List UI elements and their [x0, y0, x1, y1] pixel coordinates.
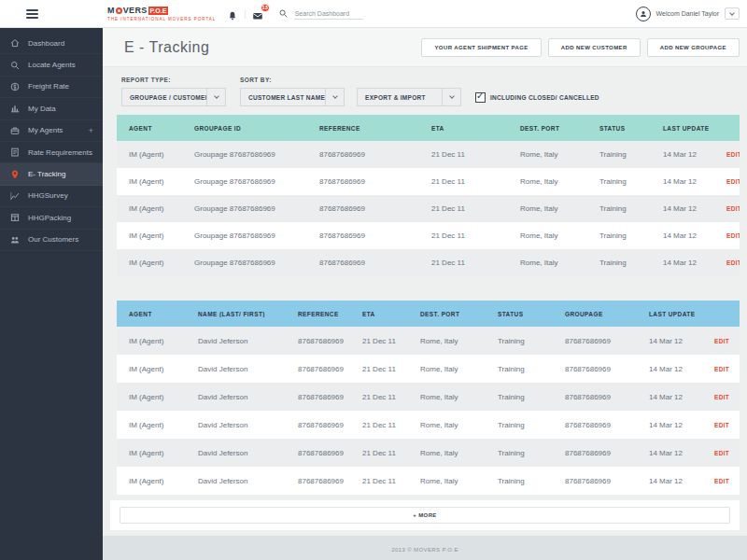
- cell-groupage: 87687686969: [557, 365, 641, 373]
- table-row: IM (Agent)Groupage 876876869698768768696…: [117, 141, 740, 168]
- brand-text: M: [107, 6, 115, 15]
- export-import-select[interactable]: EXPORT & IMPORT: [357, 88, 461, 106]
- bar-chart-icon: [9, 103, 21, 114]
- table-row: IM (Agent)Groupage 876876869698768768696…: [117, 168, 740, 195]
- cell-agent: IM (Agent): [121, 337, 190, 345]
- sidebar-item-hhgsurvey[interactable]: HHGSurvey: [0, 186, 103, 207]
- cell-name: David Jeferson: [190, 421, 290, 429]
- cell-agent: IM (Agent): [121, 259, 187, 267]
- cell-reference: 87687686969: [290, 477, 355, 485]
- cell-reference: 87687686969: [290, 365, 355, 373]
- cell-dest_port: Rome, Italy: [513, 177, 592, 186]
- cell-dest_port: Rome, Italy: [513, 150, 592, 159]
- edit-link[interactable]: EDIT: [719, 232, 740, 239]
- brand-tagline: THE INTERNATIONAL MOVERS PORTAL: [107, 17, 216, 21]
- page-title: E - Tracking: [124, 39, 209, 56]
- cell-reference: 87687686969: [290, 393, 355, 401]
- report-type-select[interactable]: GROUPAGE / CUSTOMERS: [121, 88, 226, 106]
- cell-agent: IM (Agent): [121, 177, 187, 186]
- header-cell: AGENT: [121, 125, 187, 132]
- header-cell: DEST. PORT: [513, 125, 592, 132]
- briefcase-icon: [9, 125, 21, 136]
- bell-icon[interactable]: [227, 8, 238, 20]
- edit-link[interactable]: EDIT: [707, 422, 740, 428]
- header-cell: ETA: [355, 311, 413, 317]
- add-new-customer-button[interactable]: ADD NEW CUSTOMER: [548, 38, 641, 57]
- brand-logo[interactable]: M VERS P.O.E THE INTERNATIONAL MOVERS PO…: [107, 6, 216, 21]
- chevron-down-icon: [325, 89, 344, 105]
- sidebar-item-locate-agents[interactable]: Locate Agents: [0, 54, 103, 76]
- copyright-text: 2013 © MOVERS P.O.E: [391, 547, 458, 553]
- search-icon[interactable]: [278, 8, 289, 19]
- including-closed-checkbox[interactable]: ✓: [475, 92, 486, 103]
- cell-agent: IM (Agent): [121, 449, 190, 457]
- sidebar-item-dashboard[interactable]: Dashboard: [0, 33, 103, 54]
- sidebar-item-our-customers[interactable]: Our Customers: [0, 230, 103, 251]
- menu-icon[interactable]: [26, 9, 38, 19]
- cell-eta: 21 Dec 11: [355, 393, 413, 401]
- sidebar: DashboardLocate AgentsFreight RateMy Dat…: [0, 28, 103, 560]
- cell-dest_port: Rome, Italy: [413, 365, 490, 373]
- cell-name: David Jeferson: [190, 449, 290, 457]
- avatar[interactable]: [636, 7, 651, 21]
- line-chart-icon: [9, 190, 21, 202]
- cell-dest_port: Rome, Italy: [513, 231, 592, 240]
- divider: |: [244, 9, 246, 19]
- sidebar-item-my-data[interactable]: My Data: [0, 98, 103, 119]
- edit-link[interactable]: EDIT: [707, 450, 740, 456]
- package-icon: [9, 212, 21, 223]
- edit-link[interactable]: EDIT: [719, 178, 740, 185]
- cell-status: Training: [592, 259, 655, 267]
- messages-icon[interactable]: 13: [252, 8, 263, 20]
- edit-link[interactable]: EDIT: [707, 366, 740, 372]
- edit-link[interactable]: EDIT: [707, 338, 740, 344]
- table-row: IM (Agent)David Jeferson8768768696921 De…: [117, 411, 740, 439]
- cell-name: David Jeferson: [190, 365, 290, 373]
- cell-eta: 21 Dec 11: [355, 365, 413, 373]
- sidebar-item-my-agents[interactable]: My Agents+: [0, 120, 103, 142]
- edit-link[interactable]: EDIT: [719, 205, 740, 212]
- header-cell: NAME (LAST/ FIRST): [190, 311, 290, 317]
- expand-plus-icon[interactable]: +: [89, 126, 93, 135]
- cell-last_update: 14 Mar 12: [655, 204, 719, 213]
- header-cell: STATUS: [592, 125, 655, 132]
- sidebar-item-hhgpacking[interactable]: HHGPacking: [0, 207, 103, 229]
- brand-o-icon: [116, 7, 122, 14]
- more-button[interactable]: + MORE: [120, 507, 730, 524]
- edit-link[interactable]: EDIT: [707, 478, 740, 484]
- add-new-groupage-button[interactable]: ADD NEW GROUPAGE: [647, 38, 740, 57]
- brand-box: P.O.E: [148, 7, 169, 15]
- cell-reference: 87687686969: [312, 231, 424, 240]
- sidebar-item-rate-requirements[interactable]: Rate Requirements: [0, 142, 103, 163]
- cell-name: David Jeferson: [190, 477, 290, 485]
- header-cell: AGENT: [121, 311, 190, 317]
- cell-eta: 21 Dec 11: [424, 204, 513, 213]
- cell-last_update: 14 Mar 12: [641, 477, 707, 485]
- header-cell: ETA: [424, 125, 513, 132]
- cell-agent: IM (Agent): [121, 365, 190, 373]
- header-cell: LAST UPDATE: [641, 311, 707, 317]
- table-row: IM (Agent)Groupage 876876869698768768696…: [117, 249, 740, 276]
- cell-status: Training: [490, 449, 557, 457]
- cell-status: Training: [490, 337, 557, 345]
- tables-area: AGENTGROUPAGE IDREFERENCEETADEST. PORTST…: [103, 115, 747, 495]
- cell-groupage: 87687686969: [557, 421, 641, 429]
- user-menu-button[interactable]: [725, 7, 740, 20]
- including-closed-label: INCLUDING CLOSED/ CANCELLED: [490, 94, 599, 101]
- cell-dest_port: Rome, Italy: [413, 449, 490, 457]
- cell-agent: IM (Agent): [121, 231, 187, 240]
- cell-reference: 87687686969: [312, 204, 424, 213]
- header-cell: GROUPAGE: [557, 311, 641, 317]
- edit-link[interactable]: EDIT: [719, 151, 740, 158]
- sidebar-item-e-tracking[interactable]: E- Tracking: [0, 163, 103, 185]
- sidebar-item-freight-rate[interactable]: Freight Rate: [0, 77, 103, 98]
- cell-last_update: 14 Mar 12: [655, 231, 719, 240]
- search-input[interactable]: [294, 8, 363, 20]
- edit-link[interactable]: EDIT: [719, 259, 740, 266]
- table-row: IM (Agent)David Jeferson8768768696921 De…: [117, 327, 740, 355]
- cell-status: Training: [490, 393, 557, 401]
- cell-groupage: 87687686969: [557, 393, 641, 401]
- edit-link[interactable]: EDIT: [707, 394, 740, 400]
- agent-shipment-page-button[interactable]: YOUR AGENT SHIPMENT PAGE: [421, 38, 541, 57]
- sort-by-select[interactable]: CUSTOMER LAST NAME: [240, 88, 345, 106]
